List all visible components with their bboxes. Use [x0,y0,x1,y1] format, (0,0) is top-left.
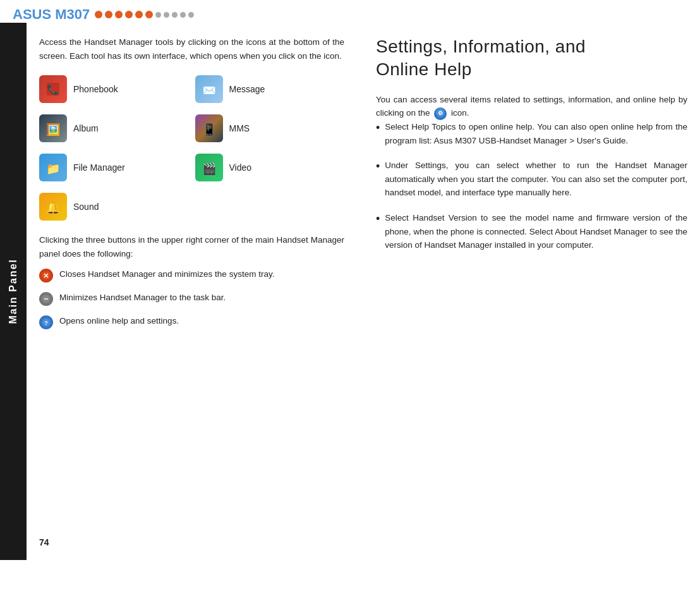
heading-line2: Online Help [376,59,472,79]
sound-row: 🔔 Sound [39,193,344,221]
list-item: 📁 File Manager [39,154,189,181]
sound-svg: 🔔 [44,198,62,216]
heading-line1: Settings, Information, and [376,37,586,56]
button-item-close: Closes Handset Manager and minimizes the… [39,268,344,283]
dot-3 [115,11,123,18]
dot-7 [155,12,161,18]
right-intro-suffix: icon. [451,108,469,118]
list-item: • Select Help Topics to open online help… [376,120,687,147]
button-item-min: Minimizes Handset Manager to the task ba… [39,291,344,306]
left-column: Access the Handset Manager tools by clic… [27,23,363,560]
help-icon: ? [39,315,53,329]
bullet-dot-1: • [376,120,380,136]
sound-icon: 🔔 [39,193,67,221]
minimize-button-text: Minimizes Handset Manager to the task ba… [59,291,226,304]
sound-label: Sound [73,202,99,212]
bullet-list: • Select Help Topics to open online help… [376,120,687,252]
close-svg [42,271,51,280]
sidebar-label: Main Panel [8,259,19,324]
min-svg [42,295,51,303]
right-intro-text: You can access several items related to … [376,95,687,118]
right-intro: You can access several items related to … [376,93,687,120]
content-area: Access the Handset Manager tools by clic… [27,23,700,560]
album-label: Album [73,123,99,133]
settings-inline-icon: ⚙ [434,107,447,120]
list-item: 📞 Phonebook [39,75,189,103]
message-label: Message [229,84,265,94]
svg-text:📁: 📁 [46,162,61,176]
product-title: ASUS M307 [13,6,90,23]
svg-text:📱: 📱 [202,123,217,137]
page-header: ASUS M307 [0,0,700,23]
list-item: 📱 MMS [195,114,345,142]
dot-2 [105,11,112,18]
bullet-dot-2: • [376,159,380,174]
album-svg: 🖼️ [44,119,62,137]
dot-6 [145,11,153,18]
clicking-text: Clicking the three buttons in the upper … [39,233,344,260]
svg-text:🎬: 🎬 [202,162,217,176]
dot-5 [135,11,143,18]
list-item: • Under Settings, you can select whether… [376,159,687,200]
video-icon: 🎬 [195,154,223,181]
page-number: 74 [39,537,49,547]
mms-icon: 📱 [195,114,223,142]
album-icon: 🖼️ [39,114,67,142]
svg-text:✉️: ✉️ [202,83,217,97]
message-icon: ✉️ [195,75,223,103]
list-item: 🖼️ Album [39,114,189,142]
right-column: Settings, Information, and Online Help Y… [363,23,700,560]
phonebook-svg: 📞 [44,80,62,98]
video-label: Video [229,162,252,173]
svg-text:🔔: 🔔 [46,201,61,215]
close-button-text: Closes Handset Manager and minimizes the… [59,268,274,281]
svg-text:⚙: ⚙ [438,110,443,116]
dot-8 [164,12,169,18]
close-icon [39,269,53,283]
help-button-text: Opens online help and settings. [59,315,179,327]
button-item-help: ? Opens online help and settings. [39,315,344,329]
phonebook-icon: 📞 [39,75,67,103]
minimize-icon [39,292,53,306]
dot-4 [125,11,133,18]
list-item: ✉️ Message [195,75,345,103]
filemanager-svg: 📁 [44,159,62,176]
svg-text:🖼️: 🖼️ [46,123,61,137]
mms-svg: 📱 [200,119,218,137]
icons-grid: 📞 Phonebook ✉️ Message [39,75,344,181]
bullet-text-1: Select Help Topics to open online help. … [385,120,687,147]
sidebar: Main Panel [0,23,27,560]
svg-text:?: ? [44,320,48,326]
bullet-text-2: Under Settings, you can select whether t… [385,159,687,200]
settings-icon: ⚙ [435,107,445,118]
bullet-text-3: Select Handset Version to see the model … [385,211,687,252]
list-item: • Select Handset Version to see the mode… [376,211,687,252]
section-heading: Settings, Information, and Online Help [376,35,687,82]
filemanager-icon: 📁 [39,154,67,181]
video-svg: 🎬 [200,159,218,176]
dot-9 [172,12,178,18]
bullet-dot-3: • [376,211,380,227]
message-svg: ✉️ [200,80,218,98]
help-svg: ? [42,318,51,327]
dot-1 [95,11,102,18]
main-layout: Main Panel Access the Handset Manager to… [0,23,700,560]
list-item: 🎬 Video [195,154,345,181]
dot-11 [188,12,194,18]
dot-10 [180,12,186,18]
mms-label: MMS [229,123,250,133]
phonebook-label: Phonebook [73,84,118,94]
svg-text:📞: 📞 [47,83,59,95]
header-dots [95,11,194,18]
intro-text: Access the Handset Manager tools by clic… [39,35,344,63]
button-list: Closes Handset Manager and minimizes the… [39,268,344,329]
filemanager-label: File Manager [73,162,125,173]
